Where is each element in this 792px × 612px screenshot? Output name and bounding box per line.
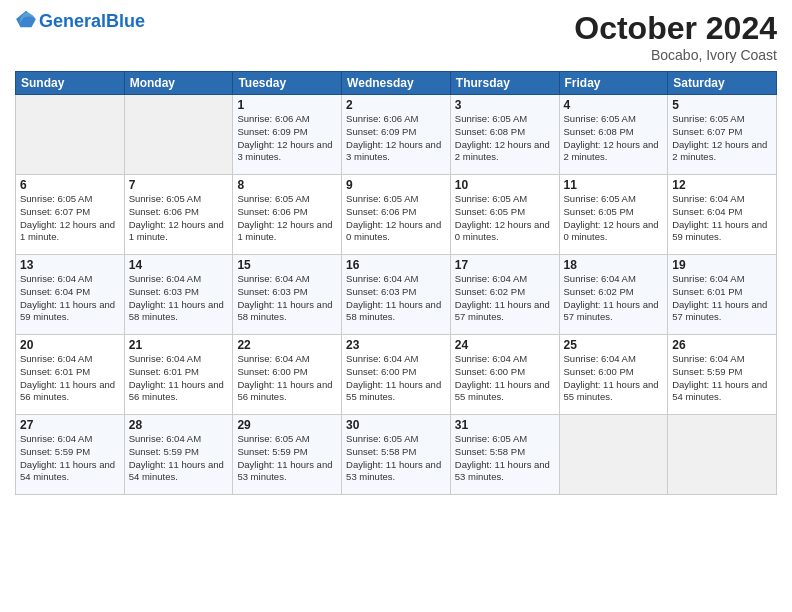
day-info: Sunrise: 6:04 AM Sunset: 6:01 PM Dayligh… (672, 273, 772, 324)
day-info: Sunrise: 6:05 AM Sunset: 6:06 PM Dayligh… (346, 193, 446, 244)
th-saturday: Saturday (668, 72, 777, 95)
day-info: Sunrise: 6:04 AM Sunset: 6:03 PM Dayligh… (237, 273, 337, 324)
calendar-header: Sunday Monday Tuesday Wednesday Thursday… (16, 72, 777, 95)
day-info: Sunrise: 6:04 AM Sunset: 6:00 PM Dayligh… (564, 353, 664, 404)
day-number: 12 (672, 178, 772, 192)
day-number: 16 (346, 258, 446, 272)
calendar-cell: 27Sunrise: 6:04 AM Sunset: 5:59 PM Dayli… (16, 415, 125, 495)
calendar-cell: 19Sunrise: 6:04 AM Sunset: 6:01 PM Dayli… (668, 255, 777, 335)
calendar-cell (559, 415, 668, 495)
calendar-cell: 18Sunrise: 6:04 AM Sunset: 6:02 PM Dayli… (559, 255, 668, 335)
day-number: 30 (346, 418, 446, 432)
calendar-cell: 3Sunrise: 6:05 AM Sunset: 6:08 PM Daylig… (450, 95, 559, 175)
logo-text: GeneralBlue (39, 12, 145, 32)
calendar-week-1: 1Sunrise: 6:06 AM Sunset: 6:09 PM Daylig… (16, 95, 777, 175)
day-number: 5 (672, 98, 772, 112)
calendar-cell (668, 415, 777, 495)
day-number: 31 (455, 418, 555, 432)
calendar-cell: 22Sunrise: 6:04 AM Sunset: 6:00 PM Dayli… (233, 335, 342, 415)
weekday-row: Sunday Monday Tuesday Wednesday Thursday… (16, 72, 777, 95)
day-info: Sunrise: 6:05 AM Sunset: 5:58 PM Dayligh… (455, 433, 555, 484)
calendar-cell: 15Sunrise: 6:04 AM Sunset: 6:03 PM Dayli… (233, 255, 342, 335)
day-info: Sunrise: 6:04 AM Sunset: 5:59 PM Dayligh… (20, 433, 120, 484)
calendar-cell: 16Sunrise: 6:04 AM Sunset: 6:03 PM Dayli… (342, 255, 451, 335)
calendar-cell: 7Sunrise: 6:05 AM Sunset: 6:06 PM Daylig… (124, 175, 233, 255)
day-info: Sunrise: 6:05 AM Sunset: 6:05 PM Dayligh… (455, 193, 555, 244)
calendar-cell: 9Sunrise: 6:05 AM Sunset: 6:06 PM Daylig… (342, 175, 451, 255)
day-number: 19 (672, 258, 772, 272)
day-info: Sunrise: 6:05 AM Sunset: 6:06 PM Dayligh… (129, 193, 229, 244)
day-info: Sunrise: 6:04 AM Sunset: 6:00 PM Dayligh… (346, 353, 446, 404)
month-year: October 2024 (574, 10, 777, 47)
logo: GeneralBlue (15, 10, 145, 34)
th-tuesday: Tuesday (233, 72, 342, 95)
calendar-cell: 28Sunrise: 6:04 AM Sunset: 5:59 PM Dayli… (124, 415, 233, 495)
day-number: 27 (20, 418, 120, 432)
day-number: 9 (346, 178, 446, 192)
calendar-cell: 26Sunrise: 6:04 AM Sunset: 5:59 PM Dayli… (668, 335, 777, 415)
day-info: Sunrise: 6:05 AM Sunset: 6:05 PM Dayligh… (564, 193, 664, 244)
day-info: Sunrise: 6:04 AM Sunset: 6:02 PM Dayligh… (455, 273, 555, 324)
day-number: 14 (129, 258, 229, 272)
calendar-cell: 8Sunrise: 6:05 AM Sunset: 6:06 PM Daylig… (233, 175, 342, 255)
calendar-cell: 21Sunrise: 6:04 AM Sunset: 6:01 PM Dayli… (124, 335, 233, 415)
th-wednesday: Wednesday (342, 72, 451, 95)
day-info: Sunrise: 6:05 AM Sunset: 6:07 PM Dayligh… (20, 193, 120, 244)
day-info: Sunrise: 6:04 AM Sunset: 5:59 PM Dayligh… (129, 433, 229, 484)
day-info: Sunrise: 6:06 AM Sunset: 6:09 PM Dayligh… (346, 113, 446, 164)
day-number: 25 (564, 338, 664, 352)
day-info: Sunrise: 6:05 AM Sunset: 6:06 PM Dayligh… (237, 193, 337, 244)
calendar-week-4: 20Sunrise: 6:04 AM Sunset: 6:01 PM Dayli… (16, 335, 777, 415)
day-info: Sunrise: 6:04 AM Sunset: 6:00 PM Dayligh… (455, 353, 555, 404)
title-block: October 2024 Bocabo, Ivory Coast (574, 10, 777, 63)
day-info: Sunrise: 6:04 AM Sunset: 6:04 PM Dayligh… (20, 273, 120, 324)
calendar-cell: 14Sunrise: 6:04 AM Sunset: 6:03 PM Dayli… (124, 255, 233, 335)
calendar-cell: 1Sunrise: 6:06 AM Sunset: 6:09 PM Daylig… (233, 95, 342, 175)
th-thursday: Thursday (450, 72, 559, 95)
day-info: Sunrise: 6:05 AM Sunset: 5:59 PM Dayligh… (237, 433, 337, 484)
day-number: 11 (564, 178, 664, 192)
th-friday: Friday (559, 72, 668, 95)
day-number: 8 (237, 178, 337, 192)
calendar-cell: 12Sunrise: 6:04 AM Sunset: 6:04 PM Dayli… (668, 175, 777, 255)
day-number: 24 (455, 338, 555, 352)
day-number: 4 (564, 98, 664, 112)
day-number: 26 (672, 338, 772, 352)
location: Bocabo, Ivory Coast (574, 47, 777, 63)
header: GeneralBlue October 2024 Bocabo, Ivory C… (15, 10, 777, 63)
calendar: Sunday Monday Tuesday Wednesday Thursday… (15, 71, 777, 495)
day-number: 28 (129, 418, 229, 432)
day-number: 23 (346, 338, 446, 352)
calendar-body: 1Sunrise: 6:06 AM Sunset: 6:09 PM Daylig… (16, 95, 777, 495)
day-number: 2 (346, 98, 446, 112)
day-info: Sunrise: 6:04 AM Sunset: 5:59 PM Dayligh… (672, 353, 772, 404)
day-info: Sunrise: 6:05 AM Sunset: 6:08 PM Dayligh… (455, 113, 555, 164)
day-info: Sunrise: 6:05 AM Sunset: 6:08 PM Dayligh… (564, 113, 664, 164)
calendar-cell: 20Sunrise: 6:04 AM Sunset: 6:01 PM Dayli… (16, 335, 125, 415)
day-number: 15 (237, 258, 337, 272)
page: GeneralBlue October 2024 Bocabo, Ivory C… (0, 0, 792, 612)
calendar-cell: 24Sunrise: 6:04 AM Sunset: 6:00 PM Dayli… (450, 335, 559, 415)
calendar-week-5: 27Sunrise: 6:04 AM Sunset: 5:59 PM Dayli… (16, 415, 777, 495)
day-info: Sunrise: 6:04 AM Sunset: 6:00 PM Dayligh… (237, 353, 337, 404)
calendar-cell (124, 95, 233, 175)
day-number: 1 (237, 98, 337, 112)
calendar-cell: 6Sunrise: 6:05 AM Sunset: 6:07 PM Daylig… (16, 175, 125, 255)
logo-general: General (39, 11, 106, 31)
day-info: Sunrise: 6:06 AM Sunset: 6:09 PM Dayligh… (237, 113, 337, 164)
logo-icon (15, 8, 37, 30)
calendar-cell (16, 95, 125, 175)
calendar-cell: 2Sunrise: 6:06 AM Sunset: 6:09 PM Daylig… (342, 95, 451, 175)
calendar-week-2: 6Sunrise: 6:05 AM Sunset: 6:07 PM Daylig… (16, 175, 777, 255)
calendar-cell: 31Sunrise: 6:05 AM Sunset: 5:58 PM Dayli… (450, 415, 559, 495)
calendar-cell: 10Sunrise: 6:05 AM Sunset: 6:05 PM Dayli… (450, 175, 559, 255)
day-number: 6 (20, 178, 120, 192)
day-info: Sunrise: 6:04 AM Sunset: 6:01 PM Dayligh… (20, 353, 120, 404)
day-number: 18 (564, 258, 664, 272)
logo-blue: Blue (106, 11, 145, 31)
day-number: 10 (455, 178, 555, 192)
day-number: 21 (129, 338, 229, 352)
day-info: Sunrise: 6:04 AM Sunset: 6:02 PM Dayligh… (564, 273, 664, 324)
calendar-cell: 25Sunrise: 6:04 AM Sunset: 6:00 PM Dayli… (559, 335, 668, 415)
calendar-cell: 5Sunrise: 6:05 AM Sunset: 6:07 PM Daylig… (668, 95, 777, 175)
